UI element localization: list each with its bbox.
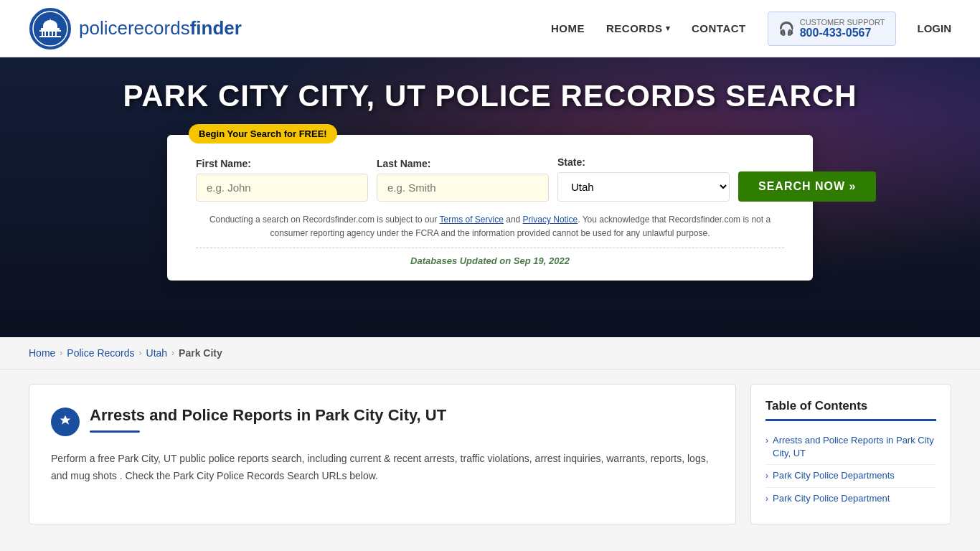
support-number: 800-433-0567	[800, 27, 885, 39]
title-underline	[90, 430, 140, 433]
headphone-icon: 🎧	[778, 21, 794, 37]
breadcrumb-sep-3: ›	[171, 348, 174, 358]
article-title-row: Arrests and Police Reports in Park City …	[51, 406, 714, 436]
last-name-input[interactable]	[377, 174, 549, 202]
svg-rect-8	[48, 32, 50, 36]
breadcrumb-home[interactable]: Home	[29, 347, 55, 359]
main-nav: HOME RECORDS ▾ CONTACT 🎧 CUSTOMER SUPPOR…	[551, 11, 951, 46]
support-label: CUSTOMER SUPPORT	[800, 18, 885, 27]
badge-icon	[57, 414, 73, 430]
logo-text: policerecordsfinder	[79, 17, 242, 39]
toc-title: Table of Contents	[765, 399, 936, 421]
breadcrumb-sep-2: ›	[139, 348, 142, 358]
breadcrumb-current: Park City	[179, 347, 222, 359]
search-disclaimer: Conducting a search on Recordsfinder.com…	[196, 213, 784, 240]
first-name-input[interactable]	[196, 174, 368, 202]
svg-rect-9	[52, 32, 53, 36]
svg-rect-6	[42, 32, 43, 36]
article-body: Perform a free Park City, UT public poli…	[51, 451, 714, 485]
svg-rect-7	[44, 32, 46, 36]
svg-rect-10	[55, 32, 57, 36]
svg-rect-5	[39, 30, 61, 32]
hero-section: PARK CITY CITY, UT POLICE RECORDS SEARCH…	[0, 57, 980, 337]
article-title-text: Arrests and Police Reports in Park City …	[90, 406, 446, 433]
hero-title: PARK CITY CITY, UT POLICE RECORDS SEARCH	[108, 79, 871, 113]
nav-records[interactable]: RECORDS ▾	[606, 22, 670, 34]
last-name-label: Last Name:	[377, 158, 549, 169]
first-name-group: First Name:	[196, 158, 368, 202]
toc-chevron-icon: ›	[765, 471, 768, 481]
state-label: State:	[557, 156, 730, 168]
site-header: policerecordsfinder HOME RECORDS ▾ CONTA…	[0, 0, 980, 57]
breadcrumb-police-records[interactable]: Police Records	[67, 347, 134, 359]
toc-link[interactable]: Park City Police Department	[773, 492, 890, 505]
toc-chevron-icon: ›	[765, 435, 768, 446]
toc-link[interactable]: Park City Police Departments	[773, 469, 895, 482]
state-select[interactable]: AlabamaAlaskaArizonaArkansasCaliforniaCo…	[557, 172, 730, 202]
search-box: Begin Your Search for FREE! First Name: …	[167, 135, 813, 281]
state-group: State: AlabamaAlaskaArizonaArkansasCalif…	[557, 156, 730, 202]
svg-rect-3	[43, 26, 57, 28]
logo[interactable]: policerecordsfinder	[29, 7, 242, 50]
db-updated: Databases Updated on Sep 19, 2022	[196, 248, 784, 266]
toc-item: ›Park City Police Departments	[765, 465, 936, 487]
toc-link[interactable]: Arrests and Police Reports in Park City …	[773, 434, 936, 460]
main-content: Arrests and Police Reports in Park City …	[0, 369, 980, 551]
article-icon	[51, 408, 80, 436]
article-section: Arrests and Police Reports in Park City …	[29, 384, 736, 524]
breadcrumb-state[interactable]: Utah	[146, 347, 168, 359]
logo-icon	[29, 7, 72, 50]
nav-contact[interactable]: CONTACT	[692, 22, 746, 34]
privacy-link[interactable]: Privacy Notice	[523, 215, 578, 225]
toc-chevron-icon: ›	[765, 494, 768, 504]
terms-link[interactable]: Terms of Service	[440, 215, 504, 225]
breadcrumb: Home › Police Records › Utah › Park City	[0, 337, 980, 369]
svg-rect-11	[39, 36, 61, 37]
chevron-down-icon: ▾	[666, 24, 671, 33]
nav-login[interactable]: LOGIN	[918, 22, 952, 34]
toc-item: ›Park City Police Department	[765, 488, 936, 509]
last-name-group: Last Name:	[377, 158, 549, 202]
article-heading: Arrests and Police Reports in Park City …	[90, 406, 446, 425]
toc-item: ›Arrests and Police Reports in Park City…	[765, 430, 936, 465]
support-info: CUSTOMER SUPPORT 800-433-0567	[800, 18, 885, 39]
toc-section: Table of Contents ›Arrests and Police Re…	[750, 384, 951, 524]
nav-home[interactable]: HOME	[551, 22, 585, 34]
begin-badge: Begin Your Search for FREE!	[189, 124, 337, 143]
breadcrumb-sep-1: ›	[60, 348, 62, 358]
toc-list: ›Arrests and Police Reports in Park City…	[765, 430, 936, 509]
customer-support[interactable]: 🎧 CUSTOMER SUPPORT 800-433-0567	[768, 11, 896, 46]
search-fields: First Name: Last Name: State: AlabamaAla…	[196, 156, 784, 202]
svg-rect-12	[50, 19, 51, 26]
first-name-label: First Name:	[196, 158, 368, 169]
svg-rect-4	[41, 28, 60, 30]
search-button[interactable]: SEARCH NOW »	[738, 171, 876, 202]
